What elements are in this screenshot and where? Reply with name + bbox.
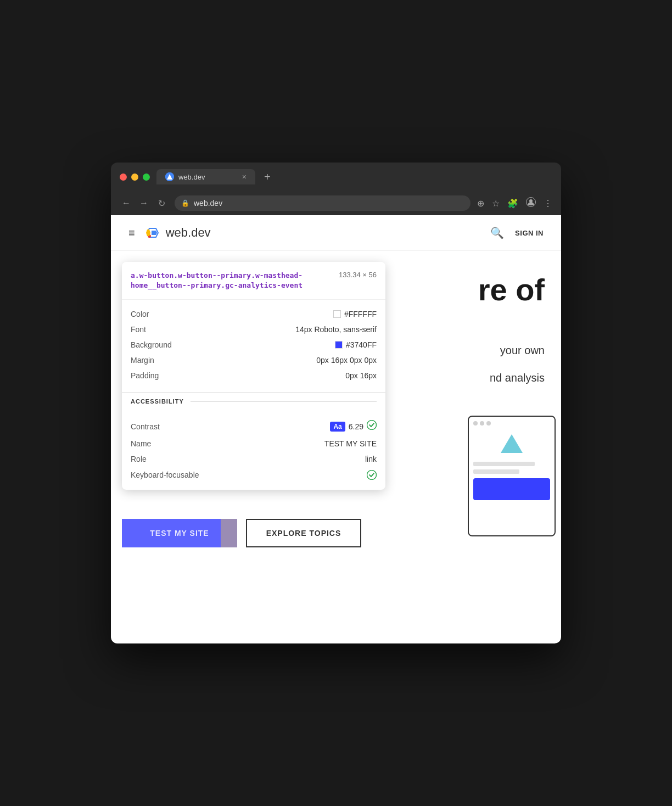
site-name: web.dev [166,226,211,240]
tooltip-header: a.w-button.w-button--primary.w-masthead-… [122,262,385,300]
forward-button[interactable]: → [137,197,150,210]
color-value: #FFFFFF [333,310,377,318]
keyboard-label: Keyboard-focusable [131,471,199,479]
browser-tab[interactable]: web.dev × [156,169,255,184]
element-dimensions: 133.34 × 56 [339,271,377,279]
hamburger-menu-icon[interactable]: ≡ [128,227,135,239]
element-selector: a.w-button.w-button--primary.w-masthead-… [131,271,330,290]
nav-buttons: ← → ↻ [120,197,168,210]
padding-property: Padding 0px 16px [131,368,377,383]
refresh-button[interactable]: ↻ [155,197,168,210]
name-value: TEST MY SITE [324,439,377,448]
tab-title: web.dev [178,173,238,181]
keyboard-pass-icon [367,470,377,480]
keyboard-property: Keyboard-focusable [131,467,377,483]
tooltip-popup: a.w-button.w-button--primary.w-masthead-… [122,262,385,490]
background-label: Background [131,340,172,349]
accessibility-properties: Contrast Aa 6.29 [122,410,385,490]
mockup-wave [473,478,550,500]
name-property: Name TEST MY SITE [131,436,377,451]
new-tab-button[interactable]: + [260,171,275,183]
svg-point-8 [367,421,377,430]
mockup-dot-1 [473,421,478,426]
mockup-line-1 [473,462,535,466]
contrast-value: Aa 6.29 [330,420,377,433]
more-menu-icon[interactable]: ⋮ [544,198,552,209]
mockup-triangle [501,434,523,453]
button-tan-overlay [221,519,237,547]
svg-point-9 [367,471,377,480]
traffic-lights [120,173,150,181]
hero-section: a.w-button.w-button--primary.w-masthead-… [111,251,561,580]
tooltip-properties: Color #FFFFFF Font 14px Roboto, sans-ser… [122,300,385,390]
font-label: Font [131,325,146,334]
accessibility-header: ACCESSIBILITY [122,392,385,410]
padding-label: Padding [131,371,159,380]
contrast-property: Contrast Aa 6.29 [131,417,377,436]
color-swatch-white [333,310,341,318]
site-header-left: ≡ web.dev [128,224,211,242]
mockup-lines [473,462,550,474]
background-property: Background #3740FF [131,337,377,352]
browser-toolbar-icons: ⊕ ☆ 🧩 ⋮ [477,197,552,209]
mockup-dot-2 [480,421,484,426]
bookmark-icon[interactable]: ☆ [492,198,500,209]
contrast-badge: Aa [330,422,345,432]
site-header-right: 🔍 SIGN IN [490,226,544,239]
user-profile-icon[interactable] [526,197,536,209]
color-label: Color [131,310,149,318]
webdev-logo-icon [144,224,161,242]
background-value: #3740FF [335,340,377,349]
zoom-icon[interactable]: ⊕ [477,198,484,209]
address-bar-input[interactable]: 🔒 web.dev [175,195,471,211]
margin-value: 0px 16px 0px 0px [316,356,377,365]
hero-subtext2: nd analysis [490,372,545,384]
mockup-frame [468,416,556,536]
search-icon[interactable]: 🔍 [490,226,504,239]
role-label: Role [131,455,147,463]
accessibility-divider [191,401,377,402]
title-bar: web.dev × + [111,163,561,191]
site-logo[interactable]: web.dev [144,224,211,242]
extensions-icon[interactable]: 🧩 [507,198,518,209]
mockup-dot-3 [486,421,491,426]
address-bar: ← → ↻ 🔒 web.dev ⊕ ☆ 🧩 ⋮ [111,191,561,215]
svg-marker-5 [152,231,157,235]
explore-topics-button[interactable]: EXPLORE TOPICS [246,519,361,547]
hero-subtext: your own [500,344,545,357]
tab-favicon [165,172,174,181]
role-value: link [365,455,377,463]
tab-area: web.dev × + [156,169,552,184]
color-property: Color #FFFFFF [131,306,377,322]
site-mockup [457,416,556,536]
font-value: 14px Roboto, sans-serif [295,325,377,334]
role-property: Role link [131,451,377,467]
mockup-dots [473,421,550,426]
back-button[interactable]: ← [120,197,133,210]
accessibility-label: ACCESSIBILITY [131,398,184,405]
contrast-label: Contrast [131,422,160,431]
color-swatch-blue [335,341,343,349]
minimize-button[interactable] [131,173,138,181]
contrast-pass-icon [367,420,377,433]
mockup-line-2 [473,469,519,474]
test-my-site-button[interactable]: TEST MY SITE [122,519,237,547]
tab-close-icon[interactable]: × [242,172,247,181]
page-content: ≡ web.dev 🔍 SIGN IN [111,215,561,643]
margin-property: Margin 0px 16px 0px 0px [131,352,377,368]
browser-window: web.dev × + ← → ↻ 🔒 web.dev ⊕ ☆ 🧩 [111,163,561,643]
site-header: ≡ web.dev 🔍 SIGN IN [111,215,561,251]
hero-text: re of [478,273,545,307]
cta-buttons: TEST MY SITE EXPLORE TOPICS [122,519,361,547]
sign-in-button[interactable]: SIGN IN [515,229,544,237]
font-property: Font 14px Roboto, sans-serif [131,322,377,337]
padding-value: 0px 16px [345,371,377,380]
margin-label: Margin [131,356,154,365]
lock-icon: 🔒 [181,199,189,207]
name-label: Name [131,439,151,448]
close-button[interactable] [120,173,127,181]
maximize-button[interactable] [143,173,150,181]
address-text: web.dev [194,199,222,208]
